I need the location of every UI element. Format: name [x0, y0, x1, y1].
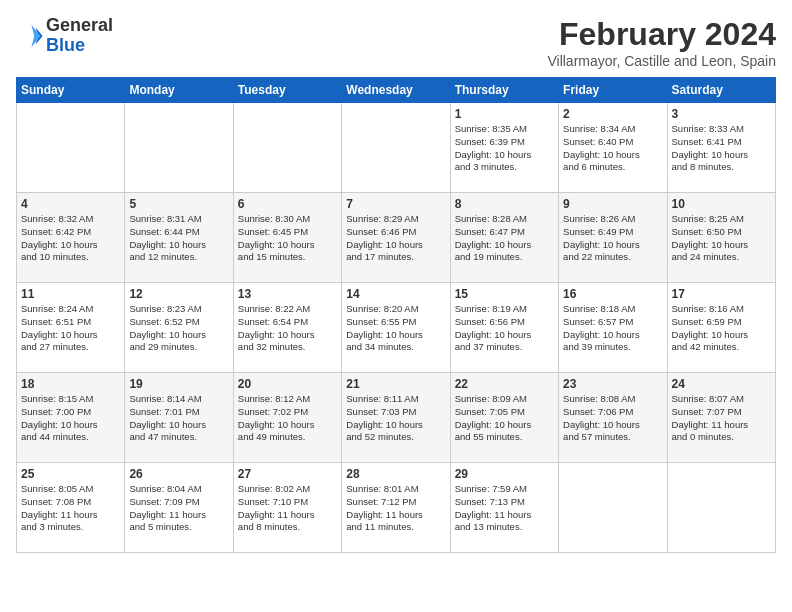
- day-content: Sunrise: 8:09 AM Sunset: 7:05 PM Dayligh…: [455, 393, 554, 444]
- calendar-cell: [233, 103, 341, 193]
- calendar-cell: 23Sunrise: 8:08 AM Sunset: 7:06 PM Dayli…: [559, 373, 667, 463]
- calendar-cell: 15Sunrise: 8:19 AM Sunset: 6:56 PM Dayli…: [450, 283, 558, 373]
- header-day-thursday: Thursday: [450, 78, 558, 103]
- calendar-cell: 18Sunrise: 8:15 AM Sunset: 7:00 PM Dayli…: [17, 373, 125, 463]
- day-number: 3: [672, 107, 771, 121]
- calendar-cell: 13Sunrise: 8:22 AM Sunset: 6:54 PM Dayli…: [233, 283, 341, 373]
- day-number: 15: [455, 287, 554, 301]
- calendar-cell: 16Sunrise: 8:18 AM Sunset: 6:57 PM Dayli…: [559, 283, 667, 373]
- calendar-body: 1Sunrise: 8:35 AM Sunset: 6:39 PM Daylig…: [17, 103, 776, 553]
- day-number: 12: [129, 287, 228, 301]
- day-content: Sunrise: 8:16 AM Sunset: 6:59 PM Dayligh…: [672, 303, 771, 354]
- calendar-week-4: 18Sunrise: 8:15 AM Sunset: 7:00 PM Dayli…: [17, 373, 776, 463]
- calendar-cell: 26Sunrise: 8:04 AM Sunset: 7:09 PM Dayli…: [125, 463, 233, 553]
- calendar-table: SundayMondayTuesdayWednesdayThursdayFrid…: [16, 77, 776, 553]
- day-number: 10: [672, 197, 771, 211]
- calendar-cell: 20Sunrise: 8:12 AM Sunset: 7:02 PM Dayli…: [233, 373, 341, 463]
- day-content: Sunrise: 8:32 AM Sunset: 6:42 PM Dayligh…: [21, 213, 120, 264]
- day-number: 25: [21, 467, 120, 481]
- day-content: Sunrise: 8:15 AM Sunset: 7:00 PM Dayligh…: [21, 393, 120, 444]
- day-number: 20: [238, 377, 337, 391]
- day-content: Sunrise: 8:26 AM Sunset: 6:49 PM Dayligh…: [563, 213, 662, 264]
- logo: General Blue: [16, 16, 113, 56]
- day-number: 21: [346, 377, 445, 391]
- header-day-wednesday: Wednesday: [342, 78, 450, 103]
- calendar-cell: 7Sunrise: 8:29 AM Sunset: 6:46 PM Daylig…: [342, 193, 450, 283]
- day-content: Sunrise: 8:02 AM Sunset: 7:10 PM Dayligh…: [238, 483, 337, 534]
- calendar-cell: [342, 103, 450, 193]
- calendar-cell: 17Sunrise: 8:16 AM Sunset: 6:59 PM Dayli…: [667, 283, 775, 373]
- day-number: 24: [672, 377, 771, 391]
- day-content: Sunrise: 8:30 AM Sunset: 6:45 PM Dayligh…: [238, 213, 337, 264]
- calendar-cell: 21Sunrise: 8:11 AM Sunset: 7:03 PM Dayli…: [342, 373, 450, 463]
- day-content: Sunrise: 8:33 AM Sunset: 6:41 PM Dayligh…: [672, 123, 771, 174]
- calendar-week-3: 11Sunrise: 8:24 AM Sunset: 6:51 PM Dayli…: [17, 283, 776, 373]
- day-number: 19: [129, 377, 228, 391]
- calendar-cell: 28Sunrise: 8:01 AM Sunset: 7:12 PM Dayli…: [342, 463, 450, 553]
- page-subtitle: Villarmayor, Castille and Leon, Spain: [547, 53, 776, 69]
- day-content: Sunrise: 8:04 AM Sunset: 7:09 PM Dayligh…: [129, 483, 228, 534]
- day-content: Sunrise: 8:18 AM Sunset: 6:57 PM Dayligh…: [563, 303, 662, 354]
- calendar-cell: 10Sunrise: 8:25 AM Sunset: 6:50 PM Dayli…: [667, 193, 775, 283]
- day-content: Sunrise: 8:08 AM Sunset: 7:06 PM Dayligh…: [563, 393, 662, 444]
- page-title: February 2024: [547, 16, 776, 53]
- logo-blue-text: Blue: [46, 35, 85, 55]
- calendar-cell: 6Sunrise: 8:30 AM Sunset: 6:45 PM Daylig…: [233, 193, 341, 283]
- header-day-monday: Monday: [125, 78, 233, 103]
- calendar-cell: 12Sunrise: 8:23 AM Sunset: 6:52 PM Dayli…: [125, 283, 233, 373]
- calendar-cell: [559, 463, 667, 553]
- day-content: Sunrise: 8:22 AM Sunset: 6:54 PM Dayligh…: [238, 303, 337, 354]
- day-number: 9: [563, 197, 662, 211]
- day-number: 22: [455, 377, 554, 391]
- day-content: Sunrise: 8:29 AM Sunset: 6:46 PM Dayligh…: [346, 213, 445, 264]
- calendar-cell: [125, 103, 233, 193]
- day-content: Sunrise: 8:12 AM Sunset: 7:02 PM Dayligh…: [238, 393, 337, 444]
- day-number: 29: [455, 467, 554, 481]
- day-number: 11: [21, 287, 120, 301]
- header-row: SundayMondayTuesdayWednesdayThursdayFrid…: [17, 78, 776, 103]
- calendar-cell: 11Sunrise: 8:24 AM Sunset: 6:51 PM Dayli…: [17, 283, 125, 373]
- day-content: Sunrise: 8:19 AM Sunset: 6:56 PM Dayligh…: [455, 303, 554, 354]
- calendar-cell: [17, 103, 125, 193]
- day-number: 26: [129, 467, 228, 481]
- day-content: Sunrise: 8:07 AM Sunset: 7:07 PM Dayligh…: [672, 393, 771, 444]
- calendar-cell: 14Sunrise: 8:20 AM Sunset: 6:55 PM Dayli…: [342, 283, 450, 373]
- day-content: Sunrise: 8:14 AM Sunset: 7:01 PM Dayligh…: [129, 393, 228, 444]
- day-number: 14: [346, 287, 445, 301]
- day-content: Sunrise: 8:01 AM Sunset: 7:12 PM Dayligh…: [346, 483, 445, 534]
- day-number: 16: [563, 287, 662, 301]
- day-number: 7: [346, 197, 445, 211]
- calendar-cell: [667, 463, 775, 553]
- calendar-cell: 3Sunrise: 8:33 AM Sunset: 6:41 PM Daylig…: [667, 103, 775, 193]
- day-number: 6: [238, 197, 337, 211]
- day-content: Sunrise: 8:20 AM Sunset: 6:55 PM Dayligh…: [346, 303, 445, 354]
- day-content: Sunrise: 8:35 AM Sunset: 6:39 PM Dayligh…: [455, 123, 554, 174]
- day-content: Sunrise: 8:25 AM Sunset: 6:50 PM Dayligh…: [672, 213, 771, 264]
- calendar-cell: 22Sunrise: 8:09 AM Sunset: 7:05 PM Dayli…: [450, 373, 558, 463]
- calendar-cell: 9Sunrise: 8:26 AM Sunset: 6:49 PM Daylig…: [559, 193, 667, 283]
- calendar-week-5: 25Sunrise: 8:05 AM Sunset: 7:08 PM Dayli…: [17, 463, 776, 553]
- day-number: 28: [346, 467, 445, 481]
- calendar-cell: 27Sunrise: 8:02 AM Sunset: 7:10 PM Dayli…: [233, 463, 341, 553]
- calendar-cell: 29Sunrise: 7:59 AM Sunset: 7:13 PM Dayli…: [450, 463, 558, 553]
- calendar-week-2: 4Sunrise: 8:32 AM Sunset: 6:42 PM Daylig…: [17, 193, 776, 283]
- day-content: Sunrise: 8:31 AM Sunset: 6:44 PM Dayligh…: [129, 213, 228, 264]
- title-area: February 2024 Villarmayor, Castille and …: [547, 16, 776, 69]
- day-number: 8: [455, 197, 554, 211]
- calendar-cell: 8Sunrise: 8:28 AM Sunset: 6:47 PM Daylig…: [450, 193, 558, 283]
- day-number: 23: [563, 377, 662, 391]
- day-number: 13: [238, 287, 337, 301]
- calendar-cell: 2Sunrise: 8:34 AM Sunset: 6:40 PM Daylig…: [559, 103, 667, 193]
- day-content: Sunrise: 8:23 AM Sunset: 6:52 PM Dayligh…: [129, 303, 228, 354]
- calendar-cell: 19Sunrise: 8:14 AM Sunset: 7:01 PM Dayli…: [125, 373, 233, 463]
- logo-icon: [16, 22, 44, 50]
- day-number: 5: [129, 197, 228, 211]
- header-day-sunday: Sunday: [17, 78, 125, 103]
- calendar-cell: 25Sunrise: 8:05 AM Sunset: 7:08 PM Dayli…: [17, 463, 125, 553]
- day-number: 18: [21, 377, 120, 391]
- header-day-friday: Friday: [559, 78, 667, 103]
- header-day-saturday: Saturday: [667, 78, 775, 103]
- calendar-cell: 24Sunrise: 8:07 AM Sunset: 7:07 PM Dayli…: [667, 373, 775, 463]
- logo-general-text: General: [46, 15, 113, 35]
- day-number: 4: [21, 197, 120, 211]
